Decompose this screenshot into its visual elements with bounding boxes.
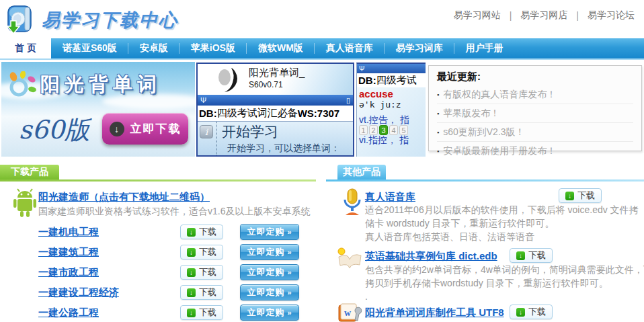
top-link-forum[interactable]: 易学习论坛 bbox=[588, 9, 635, 22]
nav-dictionary[interactable]: 易学习词库 bbox=[385, 38, 454, 58]
microphone-icon[interactable] bbox=[340, 188, 364, 218]
nav-nokia-s60[interactable]: 诺基亚S60版 bbox=[51, 38, 128, 58]
download-arrow-icon: ↓ bbox=[187, 228, 196, 237]
top-links: 易学习网站 | 易学习网店 | 易学习论坛 bbox=[454, 9, 635, 22]
page-2[interactable]: 2 bbox=[369, 125, 378, 135]
download-arrow-icon: ↓ bbox=[110, 122, 124, 136]
header: 易学习下载中心 易学习网站 | 易学习网店 | 易学习论坛 bbox=[0, 0, 644, 37]
nav-windows-mobile[interactable]: 微软WM版 bbox=[247, 38, 315, 58]
download-button[interactable]: ↓ 下载 bbox=[180, 285, 223, 300]
word-meaning-vi: vi.指控， 指 bbox=[359, 134, 409, 147]
nav-user-manual[interactable]: 用户手册 bbox=[454, 38, 515, 58]
book-examples-icon[interactable] bbox=[336, 246, 363, 273]
order-button[interactable]: 立即定购 » bbox=[240, 244, 299, 260]
db-status-line: DB: 四级考试 bbox=[357, 73, 426, 87]
app-screenshot-word: Ψ DB: 四级考试 accuse ə'k ju:z vt.控告， 指 vi.指… bbox=[356, 63, 426, 157]
banner-download-label: 立即下载 bbox=[130, 121, 182, 136]
download-button[interactable]: ↓ 下载 bbox=[510, 305, 553, 319]
toolkit-icon[interactable]: w bbox=[337, 303, 363, 322]
app-version: S60v0.71 bbox=[249, 80, 283, 89]
product-link-shizheng[interactable]: 一建市政工程 bbox=[38, 266, 180, 279]
download-arrow-icon: ↓ bbox=[187, 248, 196, 257]
desc-line: . bbox=[365, 291, 368, 302]
other-product-link-dict[interactable]: 英语基础共享例句库 dict.edb bbox=[365, 250, 497, 263]
page-5[interactable]: 5 bbox=[399, 125, 408, 135]
download-arrow-icon: ↓ bbox=[565, 192, 574, 200]
download-button[interactable]: ↓ 下载 bbox=[180, 305, 223, 320]
page-4[interactable]: 4 bbox=[389, 125, 398, 135]
svg-text:w: w bbox=[344, 308, 352, 318]
download-label: 下载 bbox=[199, 286, 216, 298]
product-link-jianzhu[interactable]: 一建建筑工程 bbox=[38, 246, 180, 259]
top-link-website[interactable]: 易学习网站 bbox=[454, 9, 501, 22]
promo-banner[interactable]: 阳光背单词 s60版 ↓ 立即下载 bbox=[1, 62, 195, 157]
order-button[interactable]: 立即定购 » bbox=[240, 305, 299, 321]
page-3-active[interactable]: 3 bbox=[379, 125, 388, 135]
product-row: 一建公路工程 ↓ 下载 立即定购 » bbox=[38, 303, 307, 322]
android-robot-icon[interactable] bbox=[11, 188, 39, 220]
update-text: 安卓版最新使用手册发布！ bbox=[443, 145, 556, 157]
page-1[interactable]: 1 bbox=[359, 125, 368, 135]
bullet-icon: ▪ bbox=[437, 111, 439, 117]
update-item[interactable]: ▪ 安卓版最新使用手册发布！ bbox=[437, 142, 633, 160]
bullet-icon: ▪ bbox=[437, 130, 439, 136]
update-item[interactable]: ▪ 苹果版发布！ bbox=[437, 104, 633, 123]
info-icon: i bbox=[200, 125, 213, 138]
product-row: 一建机电工程 ↓ 下载 立即定购 » bbox=[38, 222, 307, 242]
order-button[interactable]: 立即定购 » bbox=[240, 284, 299, 300]
order-arrow-icon: » bbox=[287, 288, 292, 296]
tab-other-products[interactable]: 其他产品 bbox=[337, 165, 386, 179]
product-link-jingji[interactable]: 一建建设工程经济 bbox=[38, 286, 180, 299]
nav-android[interactable]: 安卓版 bbox=[128, 38, 179, 58]
other-product-link-utf8-tool[interactable]: 阳光背单词词库制作工具 UTF8 bbox=[365, 307, 504, 319]
product-list: 一建机电工程 ↓ 下载 立即定购 » 一建建筑工程 ↓ 下载 立即定购 » 一建… bbox=[38, 222, 307, 322]
tab-download-products[interactable]: 下载产品 bbox=[0, 165, 59, 179]
download-arrow-icon: ↓ bbox=[187, 288, 196, 297]
nav-home[interactable]: 首 页 bbox=[0, 38, 51, 58]
app-screenshot-main: 阳光背单词_ S60v0.71 Ψ ▯ DB: 四级考试词汇必备 WS:7307… bbox=[196, 63, 354, 157]
download-button[interactable]: ↓ 下载 bbox=[180, 245, 223, 259]
order-label: 立即定购 bbox=[247, 266, 284, 278]
section-divider bbox=[326, 179, 644, 182]
download-button[interactable]: ↓ 下载 bbox=[559, 188, 602, 203]
app-title: 阳光背单词_ bbox=[249, 67, 305, 79]
download-button[interactable]: ↓ 下载 bbox=[180, 265, 223, 280]
link-separator: | bbox=[576, 10, 579, 21]
nav-voice-library[interactable]: 真人语音库 bbox=[315, 38, 385, 58]
nav-apple-ios[interactable]: 苹果iOS版 bbox=[179, 38, 247, 58]
download-button[interactable]: ↓ 下载 bbox=[510, 248, 553, 263]
bullet-icon: ▪ bbox=[437, 149, 439, 155]
update-text: 有版权的真人语音库发布！ bbox=[443, 89, 556, 101]
featured-product-link[interactable]: 阳光建造师（点击有下载地址二维码） bbox=[38, 191, 210, 204]
bullet-icon: ▪ bbox=[437, 92, 439, 98]
db-label: DB: bbox=[199, 108, 217, 119]
product-row: 一建建筑工程 ↓ 下载 立即定购 » bbox=[38, 242, 307, 262]
order-label: 立即定购 bbox=[247, 307, 284, 319]
app-menu: i 开始学习 开始学习，可以选择单词： bbox=[198, 121, 353, 155]
download-label: 下载 bbox=[528, 249, 546, 261]
download-arrow-icon: ↓ bbox=[516, 308, 525, 317]
desc-line: 适合2011年06月以后版本的软件使用，下载后将 voice.edv 文件拷 bbox=[365, 204, 639, 216]
banner-download-button[interactable]: ↓ 立即下载 bbox=[102, 113, 188, 145]
download-button[interactable]: ↓ 下载 bbox=[180, 225, 223, 239]
product-link-jidian[interactable]: 一建机电工程 bbox=[38, 226, 180, 239]
top-link-store[interactable]: 易学习网店 bbox=[520, 9, 567, 22]
db-name: 四级考试 bbox=[376, 74, 417, 87]
db-status-line: DB: 四级考试词汇必备 WS:7307 bbox=[198, 106, 353, 121]
download-label: 下载 bbox=[199, 246, 216, 258]
main-nav: 首 页 诺基亚S60版 安卓版 苹果iOS版 微软WM版 真人语音库 易学习词库… bbox=[0, 38, 644, 60]
update-item[interactable]: ▪ s60更新到V2.3版！ bbox=[437, 123, 633, 142]
product-link-gonglu[interactable]: 一建公路工程 bbox=[38, 307, 180, 319]
site-logo[interactable]: 易学习下载中心 bbox=[4, 2, 178, 38]
menu-divider bbox=[216, 122, 217, 155]
recent-updates-panel: 最近更新: ▪ 有版权的真人语音库发布！ ▪ 苹果版发布！ ▪ s60更新到V2… bbox=[428, 65, 642, 151]
app-splash: 阳光背单词_ S60v0.71 bbox=[198, 64, 353, 95]
order-button[interactable]: 立即定购 » bbox=[240, 264, 299, 280]
word-card: accuse ə'k ju:z vt.控告， 指 vi.指控， 指 1 2 3 … bbox=[357, 87, 426, 157]
download-label: 下载 bbox=[199, 266, 216, 278]
other-product-link-voice[interactable]: 真人语音库 bbox=[365, 191, 415, 204]
update-item[interactable]: ▪ 有版权的真人语音库发布！ bbox=[437, 85, 633, 104]
order-button[interactable]: 立即定购 » bbox=[240, 224, 299, 240]
download-arrow-icon: ↓ bbox=[516, 251, 525, 260]
menu-item-desc: 开始学习，可以选择单词： bbox=[227, 143, 340, 155]
